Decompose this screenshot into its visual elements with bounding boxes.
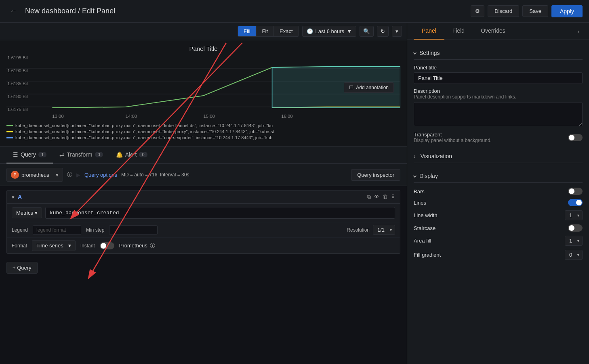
transparent-toggle[interactable] (568, 134, 583, 141)
tab-alert-label: Alert (125, 151, 137, 158)
lines-toggle[interactable] (568, 199, 583, 206)
exact-button[interactable]: Exact (274, 26, 299, 36)
chart-container: 1.6195 Bil 1.6190 Bil 1.6185 Bil 1.6180 … (6, 55, 400, 120)
fill-fit-exact-group: Fill Fit Exact (238, 26, 299, 37)
query-badge: 1 (38, 152, 46, 157)
query-panel-label: A (18, 194, 367, 200)
description-textarea[interactable] (414, 102, 583, 126)
add-query-row: + Query (0, 258, 407, 278)
collapse-icon[interactable]: ▾ (12, 194, 15, 200)
query-options-button[interactable]: Query options (84, 172, 117, 178)
lines-row: Lines (414, 199, 583, 206)
tab-transform[interactable]: ⇄ Transform 0 (53, 146, 109, 163)
svg-text:1.6190 Bil: 1.6190 Bil (7, 69, 27, 73)
metrics-input[interactable] (45, 207, 395, 219)
fit-button[interactable]: Fit (257, 26, 274, 36)
tab-alert[interactable]: 🔔 Alert 0 (109, 146, 154, 163)
prometheus-text: Prometheus (119, 243, 147, 249)
area-fill-select-wrap: 102 (565, 236, 583, 246)
bars-toggle-knob (569, 188, 574, 194)
bars-toggle[interactable] (568, 188, 583, 195)
duplicate-icon[interactable]: ⧉ (367, 194, 371, 200)
fill-gradient-select-wrap: 012 (565, 250, 583, 260)
apply-button[interactable]: Apply (551, 5, 583, 17)
legend-text-2: kube_daemonset_created{container="kube-r… (15, 135, 272, 140)
resolution-select[interactable]: 1/1 1/2 1/4 (373, 225, 395, 235)
staircase-toggle[interactable] (568, 224, 583, 232)
panel-title-input[interactable] (414, 72, 583, 84)
more-options-button[interactable]: ▾ (392, 26, 402, 37)
instant-label: Instant (80, 243, 95, 249)
tab-panel[interactable]: Panel (414, 23, 444, 40)
discard-button[interactable]: Discard (488, 5, 519, 17)
datasource-name: prometheus (21, 172, 49, 178)
fill-gradient-select[interactable]: 012 (565, 250, 583, 260)
zoom-out-button[interactable]: 🔍 (360, 26, 374, 37)
legend-color-0 (6, 125, 13, 126)
format-label: Format (12, 243, 27, 249)
format-row: Format Time series ▾ Instant Prometheus … (7, 237, 400, 253)
transform-icon: ⇄ (59, 151, 64, 158)
expand-arrow[interactable]: › (574, 23, 583, 39)
panel-title-label: Panel title (414, 65, 583, 71)
line-width-select[interactable]: 123 (565, 210, 583, 220)
topbar-left: ← New dashboard / Edit Panel (6, 5, 471, 17)
settings-title: Settings (419, 50, 440, 56)
fill-button[interactable]: Fill (238, 26, 257, 36)
query-inspector-button[interactable]: Query inspector (351, 169, 400, 181)
settings-icon-button[interactable]: ⚙ (471, 5, 484, 17)
metrics-dropdown[interactable]: Metrics ▾ (12, 207, 42, 218)
delete-icon[interactable]: 🗑 (383, 194, 388, 200)
lines-toggle-knob (576, 200, 582, 205)
query-icon: ☰ (13, 151, 18, 158)
area-fill-select[interactable]: 102 (565, 236, 583, 246)
tab-transform-label: Transform (67, 151, 92, 158)
right-content: Settings Panel title Description Panel d… (407, 40, 589, 364)
legend-item-0: kube_daemonset_created{container="kube-r… (6, 123, 400, 128)
transform-badge: 0 (95, 152, 103, 157)
drag-icon[interactable]: ⠿ (391, 194, 395, 200)
description-label: Description (414, 88, 583, 94)
legend-color-1 (6, 131, 13, 132)
tab-query[interactable]: ☰ Query 1 (6, 146, 53, 163)
line-width-row: Line width 123 (414, 210, 583, 220)
add-annotation-button[interactable]: ☐ Add annotation (344, 82, 394, 93)
settings-section: Settings Panel title Description Panel d… (414, 46, 583, 143)
legend-input[interactable] (33, 225, 81, 235)
staircase-toggle-knob (569, 225, 574, 231)
panel-actions: ⧉ 👁 🗑 ⠿ (367, 194, 395, 200)
display-section: Display Bars Lines Line width (414, 169, 583, 260)
add-query-button[interactable]: + Query (6, 262, 38, 274)
hide-icon[interactable]: 👁 (374, 194, 379, 200)
refresh-button[interactable]: ↻ (377, 26, 389, 37)
right-panel: Panel Field Overrides › Settings Panel t… (407, 23, 589, 364)
help-icon[interactable]: ⓘ (67, 171, 72, 178)
svg-text:1.6185 Bil: 1.6185 Bil (7, 82, 27, 86)
display-chevron (413, 174, 417, 178)
lines-label: Lines (414, 200, 568, 206)
chart-legend: kube_daemonset_created{container="kube-r… (6, 123, 400, 140)
instant-toggle[interactable] (100, 242, 114, 249)
prometheus-info-icon: ⓘ (150, 242, 155, 249)
annotation-label: Add annotation (356, 85, 389, 90)
chevron-down-icon: ▾ (35, 210, 38, 216)
alert-icon: 🔔 (116, 151, 123, 158)
tab-field[interactable]: Field (444, 23, 473, 40)
visualization-header[interactable]: › Visualization (414, 150, 583, 163)
resolution-label: Resolution (347, 227, 370, 233)
settings-chevron (413, 51, 417, 54)
save-button[interactable]: Save (522, 5, 548, 17)
area-fill-label: Area fill (414, 238, 565, 244)
time-picker[interactable]: 🕐 Last 6 hours ▼ (302, 26, 356, 37)
min-step-input[interactable] (109, 225, 158, 235)
format-select[interactable]: Time series ▾ (32, 240, 76, 251)
legend-color-2 (6, 137, 13, 138)
right-tabs: Panel Field Overrides › (407, 23, 589, 40)
bars-row: Bars (414, 188, 583, 195)
datasource-select[interactable]: P prometheus ▾ (6, 168, 63, 182)
back-button[interactable]: ← (6, 5, 20, 17)
tab-overrides[interactable]: Overrides (473, 23, 513, 40)
metrics-label-text: Metrics (16, 210, 33, 216)
settings-header[interactable]: Settings (414, 46, 583, 60)
display-header[interactable]: Display (414, 169, 583, 183)
